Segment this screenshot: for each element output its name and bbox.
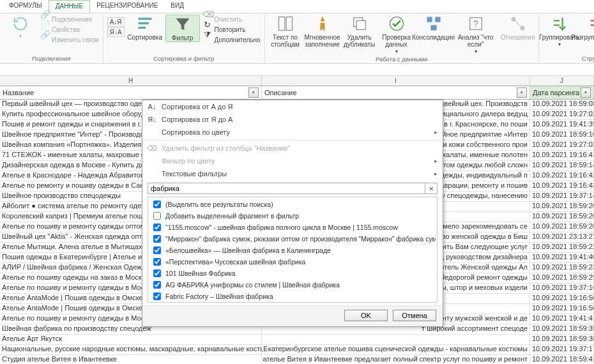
cell-date[interactable]: 10.09.2021 18:59:35 xyxy=(530,324,594,334)
svg-rect-2 xyxy=(138,27,146,29)
advanced-filter-button[interactable]: ⧩Дополнительно xyxy=(204,35,261,44)
svg-rect-3 xyxy=(278,17,284,31)
clear-search-button[interactable]: ✕ xyxy=(425,183,438,194)
filter-value-checkbox[interactable] xyxy=(153,281,161,289)
filter-value-checkbox[interactable] xyxy=(153,201,161,208)
cell-date[interactable]: 10.09.2021 19:27:02 xyxy=(530,110,594,119)
cell-date[interactable]: 10.09.2021 19:27:03 xyxy=(530,140,594,150)
sort-desc-icon: Я↓ xyxy=(148,115,156,124)
filter-cancel-button[interactable]: Отмена xyxy=(393,310,436,321)
cell-date[interactable]: 10.09.2021 19:16:43 xyxy=(530,181,594,191)
svg-rect-0 xyxy=(138,18,151,20)
col-header-J[interactable]: J xyxy=(530,76,594,86)
filter-value-label: AG ФАБРИКА униформы со стилем | Швейная … xyxy=(165,281,340,289)
filter-value-item[interactable]: «Перспектива» Чусовская швейная фабрика xyxy=(149,256,436,268)
cell-date[interactable]: 10.09.2021 18:59:20 xyxy=(530,212,594,222)
filter-value-checkbox[interactable] xyxy=(153,224,161,231)
filter-value-item[interactable]: AG ФАБРИКА униформы со стилем | Швейная … xyxy=(149,279,436,291)
clear-column-filter-item: ⌫Удалить фильтр из столбца "Название" xyxy=(142,142,443,155)
cell-date[interactable]: 10.09.2021 19:41:41 xyxy=(530,314,594,324)
cell-date[interactable]: 10.09.2021 18:59:08 xyxy=(530,100,594,109)
filter-value-item[interactable]: (Выделить все результаты поиска) xyxy=(149,199,436,210)
filter-value-checkbox[interactable] xyxy=(153,235,161,243)
cell-date[interactable]: 10.09.2021 18:59:22 xyxy=(530,243,594,252)
cell-date[interactable]: 10.09.2021 19:37:16 xyxy=(530,284,594,293)
filter-ok-button[interactable]: OK xyxy=(344,310,388,321)
cell-name[interactable]: Студия ателье Витея в Ивантеевке xyxy=(0,355,262,364)
cell-date[interactable]: 10.09.2021 18:59:20 xyxy=(530,222,594,232)
filter-value-checkbox[interactable] xyxy=(153,246,161,254)
filter-value-item[interactable]: "Мирракон" фабрика сумок, рюкзаки оптом … xyxy=(149,233,436,245)
col-header-I[interactable]: I xyxy=(262,76,530,86)
cell-desc[interactable] xyxy=(262,335,530,344)
col-header-H[interactable]: H xyxy=(0,76,262,86)
filter-button[interactable]: Фильтр xyxy=(165,15,200,42)
cell-name[interactable]: Национальные, русские народные костюмы, … xyxy=(0,345,262,354)
tab-data[interactable]: ДАННЫЕ xyxy=(49,0,90,13)
group-button[interactable]: Группировать▾ xyxy=(543,15,576,48)
flash-fill-button[interactable]: Мгновенное заполнение xyxy=(306,15,339,48)
consolidate-button[interactable]: Консолидация xyxy=(417,15,450,41)
filter-value-label: 101 Швейная Фабрика xyxy=(165,269,236,277)
cell-desc[interactable]: Студия ателье Витея в Ивантеевке предлаг… xyxy=(262,355,530,364)
sort-desc-item[interactable]: Я↓Сортировка от Я до А xyxy=(142,113,443,126)
filter-dropdown-desc[interactable]: ▾ xyxy=(517,87,527,98)
text-to-columns-button[interactable]: Текст по столбцам xyxy=(269,15,302,48)
data-grid: А↓Сортировка от А до Я Я↓Сортировка от Я… xyxy=(0,100,594,364)
cell-date[interactable]: 10.09.2021 18:59:20 xyxy=(530,202,594,211)
cell-date[interactable]: 10.09.2021 18:59:41 xyxy=(530,355,594,364)
tab-view[interactable]: ВИД xyxy=(164,0,190,13)
cell-date[interactable]: 10.09.2021 18:59:23 xyxy=(530,263,594,273)
sort-button[interactable]: Сортировка xyxy=(128,15,162,41)
table-row[interactable]: Студия ателье Витея в ИвантеевкеСтудия а… xyxy=(0,355,594,364)
filter-value-checkbox[interactable] xyxy=(153,212,161,220)
cell-date[interactable]: 10.09.2021 19:37:17 xyxy=(530,345,594,354)
cell-date[interactable]: 10.09.2021 18:59:38 xyxy=(530,335,594,344)
cell-date[interactable]: 10.09.2021 19:37:14 xyxy=(530,192,594,201)
sort-za-button[interactable]: Я↓А xyxy=(107,27,125,37)
tab-review[interactable]: РЕЦЕНЗИРОВАНИЕ xyxy=(90,0,164,13)
filter-value-item[interactable]: "1155.moscow" - швейная фабрика полного … xyxy=(149,222,436,233)
header-desc: Описание xyxy=(264,89,297,96)
cell-name[interactable]: Ателье Арт Якутск xyxy=(0,335,262,344)
header-date: Дата парсинга xyxy=(533,89,579,96)
cell-date[interactable]: 10.09.2021 19:16:50 xyxy=(530,294,594,303)
filter-value-item[interactable]: Добавить выделенный фрагмент в фильтр xyxy=(149,210,436,222)
sort-by-color-item[interactable]: Сортировка по цвету▸ xyxy=(142,126,443,139)
cell-date[interactable]: 10.09.2021 19:16:41 xyxy=(530,151,594,160)
cell-desc[interactable]: Екатеринбургское ателье пошива сценическ… xyxy=(262,345,530,354)
filter-value-item[interactable]: «Белошвейка» — Швейная фабрика в Калинин… xyxy=(149,245,436,256)
svg-line-15 xyxy=(515,20,521,26)
cell-date[interactable]: 10.09.2021 19:16:50 xyxy=(530,304,594,314)
text-filters-item[interactable]: Текстовые фильтры▸ xyxy=(142,167,443,180)
filter-search-input[interactable] xyxy=(148,183,425,194)
sort-asc-item[interactable]: А↓Сортировка от А до Я xyxy=(142,100,443,113)
cell-date[interactable]: 10.09.2021 19:16:42 xyxy=(530,171,594,181)
cell-date[interactable]: 10.09.2021 23:13:27 xyxy=(530,232,594,242)
ribbon: ▾ 🔗Подключения 📄Свойства 🔗Изменить связи… xyxy=(0,13,594,64)
filter-value-item[interactable]: FORUS — швейная фабрика по пошиву женско… xyxy=(149,302,436,303)
cell-date[interactable]: 10.09.2021 19:41:40 xyxy=(530,253,594,262)
data-validation-button[interactable]: Проверка данных▾ xyxy=(380,15,413,55)
filter-value-item[interactable]: 101 Швейная Фабрика xyxy=(149,268,436,279)
filter-value-checkbox[interactable] xyxy=(153,292,161,300)
table-row[interactable]: Национальные, русские народные костюмы, … xyxy=(0,345,594,355)
filter-values-list[interactable]: (Выделить все результаты поиска)Добавить… xyxy=(148,197,438,303)
svg-rect-8 xyxy=(427,17,432,22)
cell-date[interactable]: 10.09.2021 18:59:14 xyxy=(530,161,594,171)
filter-dropdown-name[interactable]: ▾ xyxy=(248,87,259,98)
cell-date[interactable]: 10.09.2021 18:59:10 xyxy=(530,130,594,140)
filter-value-checkbox[interactable] xyxy=(153,258,161,266)
svg-rect-10 xyxy=(430,25,436,30)
remove-duplicates-button[interactable]: Удалить дубликаты xyxy=(343,15,376,48)
autofilter-popup: А↓Сортировка от А до Я Я↓Сортировка от Я… xyxy=(142,100,443,327)
filter-dropdown-date[interactable]: ▾ xyxy=(581,87,591,98)
filter-value-checkbox[interactable] xyxy=(153,269,161,277)
cell-date[interactable]: 10.09.2021 18:59:29 xyxy=(530,273,594,283)
filter-value-item[interactable]: Fabric Factory – Швейная фабрика xyxy=(149,291,436,302)
table-row[interactable]: Ателье Арт Якутск10.09.2021 18:59:38 xyxy=(0,335,594,345)
cell-date[interactable]: 10.09.2021 19:41:39 xyxy=(530,120,594,130)
ungroup-button[interactable]: Разгруппировать▾ xyxy=(580,15,594,48)
what-if-button[interactable]: ?Анализ "что если"▾ xyxy=(454,15,498,55)
sort-az-button[interactable]: А↓Я xyxy=(107,17,125,27)
